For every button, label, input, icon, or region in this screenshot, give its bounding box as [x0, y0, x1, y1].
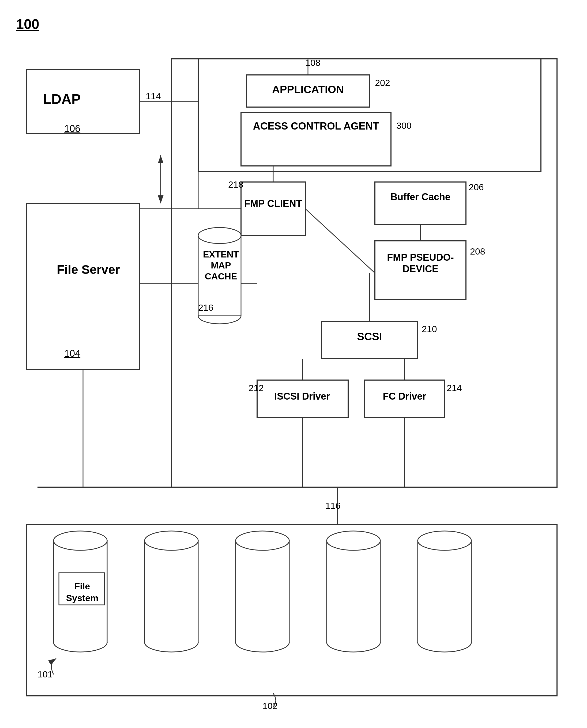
ref-212: 212 — [249, 383, 264, 393]
fmp-client-label: FMP CLIENT — [244, 198, 303, 209]
iscsi-label: ISCSI Driver — [262, 391, 342, 402]
aca-label: ACESS CONTROL AGENT — [246, 120, 385, 132]
svg-rect-40 — [145, 541, 198, 642]
svg-point-36 — [198, 227, 241, 244]
file-system-label: File System — [61, 580, 103, 604]
ref-202: 202 — [375, 78, 390, 88]
ref-300: 300 — [396, 120, 412, 131]
svg-point-47 — [418, 531, 471, 550]
fc-label: FC Driver — [369, 391, 440, 402]
svg-rect-42 — [236, 541, 289, 642]
ref-116: 116 — [325, 501, 341, 511]
ref-216: 216 — [198, 302, 213, 313]
ldap-label: LDAP — [43, 91, 81, 107]
svg-rect-44 — [327, 541, 380, 642]
svg-point-45 — [327, 531, 380, 550]
diagram-title: 100 — [16, 16, 39, 32]
scsi-label: SCSI — [328, 331, 411, 343]
svg-rect-6 — [198, 59, 541, 171]
ldap-ref: 106 — [64, 123, 80, 135]
svg-rect-46 — [418, 541, 471, 642]
svg-point-43 — [236, 531, 289, 550]
svg-rect-9 — [375, 182, 466, 225]
svg-rect-34 — [27, 525, 557, 696]
ref-218: 218 — [228, 179, 243, 190]
ref-114: 114 — [146, 91, 161, 101]
extent-map-cache-label: EXTENT MAP CACHE — [201, 249, 241, 282]
ref-206: 206 — [469, 182, 484, 192]
svg-point-41 — [145, 531, 198, 550]
ref-210: 210 — [422, 324, 437, 334]
svg-rect-4 — [27, 203, 139, 369]
ref-214: 214 — [447, 383, 462, 393]
file-server-label: File Server — [38, 262, 139, 277]
ref-208: 208 — [470, 246, 485, 257]
file-server-ref: 104 — [64, 348, 80, 359]
svg-line-23 — [305, 209, 375, 273]
application-label: APPLICATION — [252, 83, 364, 96]
svg-point-38 — [53, 531, 107, 550]
buffer-cache-label: Buffer Cache — [380, 191, 461, 202]
fmp-pseudo-label: FMP PSEUDO-DEVICE — [379, 251, 462, 275]
ref-108: 108 — [305, 57, 321, 68]
